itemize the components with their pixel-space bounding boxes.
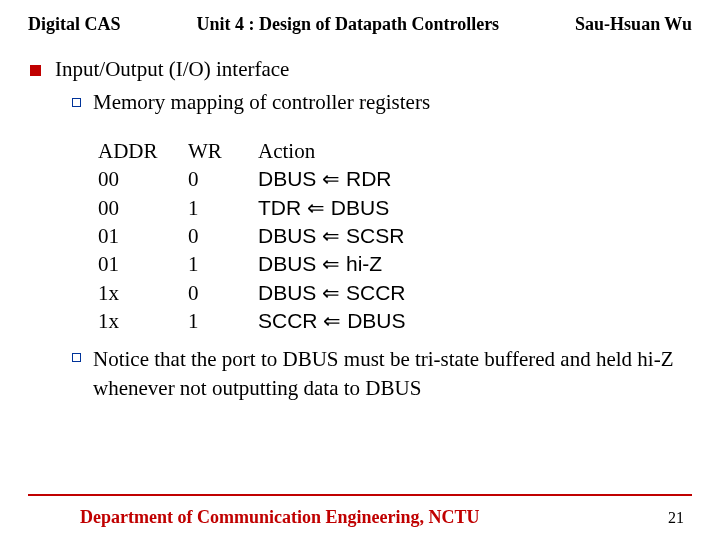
col-header-wr: WR — [188, 137, 258, 165]
bullet-hollow-square-icon — [72, 353, 81, 362]
table-row: 00 0 DBUS ⇐ RDR — [98, 165, 692, 193]
bullet-level-2: Memory mapping of controller registers — [72, 90, 692, 115]
cell-action: DBUS ⇐ RDR — [258, 165, 692, 193]
footer-department: Department of Communication Engineering,… — [80, 507, 479, 528]
header-center: Unit 4 : Design of Datapath Controllers — [196, 14, 499, 35]
cell-addr: 00 — [98, 165, 188, 193]
table-row: 01 1 DBUS ⇐ hi-Z — [98, 250, 692, 278]
cell-addr: 01 — [98, 250, 188, 278]
bullet-level-2-notice: Notice that the port to DBUS must be tri… — [72, 345, 692, 402]
cell-wr: 1 — [188, 250, 258, 278]
cell-action: SCCR ⇐ DBUS — [258, 307, 692, 335]
bullet-level-1: Input/Output (I/O) interface — [28, 57, 692, 82]
cell-action: DBUS ⇐ hi-Z — [258, 250, 692, 278]
header-left: Digital CAS — [28, 14, 121, 35]
notice-text: Notice that the port to DBUS must be tri… — [93, 345, 692, 402]
cell-addr: 1x — [98, 307, 188, 335]
slide: Digital CAS Unit 4 : Design of Datapath … — [0, 0, 720, 540]
footer-divider — [28, 494, 692, 496]
table-row: 00 1 TDR ⇐ DBUS — [98, 194, 692, 222]
cell-action: DBUS ⇐ SCSR — [258, 222, 692, 250]
cell-wr: 0 — [188, 279, 258, 307]
cell-addr: 1x — [98, 279, 188, 307]
col-header-addr: ADDR — [98, 137, 188, 165]
register-map-table: ADDR WR Action 00 0 DBUS ⇐ RDR 00 1 TDR … — [98, 137, 692, 335]
cell-wr: 1 — [188, 307, 258, 335]
bullet-hollow-square-icon — [72, 98, 81, 107]
table-row: 1x 1 SCCR ⇐ DBUS — [98, 307, 692, 335]
cell-action: TDR ⇐ DBUS — [258, 194, 692, 222]
table-row: 01 0 DBUS ⇐ SCSR — [98, 222, 692, 250]
cell-wr: 1 — [188, 194, 258, 222]
slide-header: Digital CAS Unit 4 : Design of Datapath … — [28, 14, 692, 35]
cell-addr: 01 — [98, 222, 188, 250]
cell-wr: 0 — [188, 165, 258, 193]
table-row: 1x 0 DBUS ⇐ SCCR — [98, 279, 692, 307]
bullet-text: Memory mapping of controller registers — [93, 90, 430, 115]
cell-wr: 0 — [188, 222, 258, 250]
slide-footer: Department of Communication Engineering,… — [0, 507, 720, 528]
cell-action: DBUS ⇐ SCCR — [258, 279, 692, 307]
header-right: Sau-Hsuan Wu — [575, 14, 692, 35]
cell-addr: 00 — [98, 194, 188, 222]
col-header-action: Action — [258, 137, 692, 165]
bullet-square-icon — [30, 65, 41, 76]
bullet-text: Input/Output (I/O) interface — [55, 57, 289, 82]
table-header-row: ADDR WR Action — [98, 137, 692, 165]
slide-content: Input/Output (I/O) interface Memory mapp… — [28, 57, 692, 402]
footer-page-number: 21 — [668, 509, 684, 527]
